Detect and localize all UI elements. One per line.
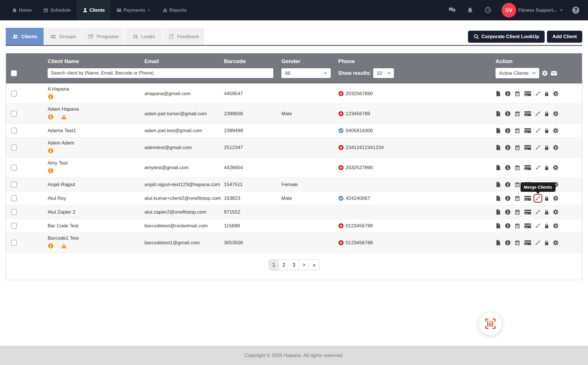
calendar-icon[interactable] — [514, 91, 520, 97]
corporate-client-lookup-button[interactable]: Corporate Client LookUp — [468, 31, 545, 43]
calendar-icon[interactable] — [514, 240, 520, 246]
info-icon[interactable] — [505, 181, 511, 188]
row-checkbox[interactable] — [11, 128, 17, 134]
client-status-select[interactable]: Active Clients — [496, 68, 539, 78]
user-menu[interactable]: Fitness Support... — [518, 8, 564, 13]
info-icon[interactable] — [505, 128, 511, 134]
document-icon[interactable] — [496, 165, 501, 171]
page-button-2[interactable]: 2 — [279, 260, 289, 270]
document-icon[interactable] — [496, 145, 501, 151]
document-icon[interactable] — [496, 91, 501, 97]
merge-icon[interactable] — [535, 240, 541, 245]
page-button-last[interactable]: » — [309, 260, 319, 270]
search-input[interactable] — [48, 68, 273, 78]
document-icon[interactable] — [496, 240, 501, 246]
payment-card-icon[interactable] — [524, 91, 531, 97]
calendar-icon[interactable] — [514, 128, 520, 134]
lock-icon[interactable] — [544, 209, 549, 215]
lock-icon[interactable] — [544, 111, 549, 117]
merge-icon[interactable] — [535, 196, 541, 201]
settings-icon[interactable] — [553, 165, 559, 171]
calendar-icon[interactable] — [514, 145, 520, 151]
merge-icon[interactable] — [535, 111, 541, 116]
document-icon[interactable] — [496, 111, 501, 117]
client-name[interactable]: Bar Code Test — [48, 223, 144, 229]
client-name[interactable]: Anjali Rajput — [48, 182, 144, 188]
merge-icon[interactable] — [535, 145, 541, 150]
lock-icon[interactable] — [544, 240, 549, 246]
lock-icon[interactable] — [544, 145, 549, 151]
row-checkbox[interactable] — [11, 181, 17, 188]
barcode-scan-fab[interactable] — [479, 312, 502, 335]
nav-item-clients[interactable]: Clients — [77, 0, 111, 20]
calendar-icon[interactable] — [514, 209, 520, 215]
row-checkbox[interactable] — [11, 240, 17, 246]
document-icon[interactable] — [496, 128, 501, 134]
row-checkbox[interactable] — [11, 223, 17, 229]
calendar-icon[interactable] — [514, 165, 520, 171]
info-icon[interactable] — [505, 111, 511, 117]
client-name[interactable]: Atul Roy — [48, 196, 144, 201]
envelope-icon[interactable] — [550, 70, 558, 76]
merge-icon[interactable] — [535, 165, 541, 170]
lock-icon[interactable] — [544, 91, 549, 97]
bell-icon[interactable] — [467, 7, 474, 14]
tab-clients[interactable]: Clients — [6, 28, 44, 45]
add-client-button[interactable]: Add Client — [547, 31, 582, 43]
page-button-1[interactable]: 1 — [269, 260, 279, 270]
merge-icon[interactable] — [535, 223, 541, 229]
payment-card-icon[interactable] — [524, 209, 531, 215]
merge-icon[interactable] — [535, 209, 541, 215]
lock-icon[interactable] — [544, 128, 549, 134]
info-icon[interactable] — [48, 114, 54, 120]
tab-programs[interactable]: Programs — [82, 28, 124, 45]
row-checkbox[interactable] — [11, 91, 17, 97]
document-icon[interactable] — [496, 195, 501, 201]
row-checkbox[interactable] — [11, 209, 17, 215]
client-name[interactable]: Adem Adem — [48, 140, 144, 146]
merge-icon[interactable] — [535, 91, 541, 96]
document-icon[interactable] — [496, 209, 501, 215]
lock-icon[interactable] — [544, 223, 549, 229]
payment-card-icon[interactable] — [524, 128, 531, 134]
info-icon[interactable] — [505, 240, 511, 246]
lock-icon[interactable] — [544, 165, 549, 171]
select-all-checkbox[interactable] — [11, 70, 17, 76]
payment-card-icon[interactable] — [524, 165, 531, 171]
merge-icon[interactable] — [535, 128, 541, 133]
client-name[interactable]: Barcode1 Test — [48, 235, 144, 241]
row-checkbox[interactable] — [11, 145, 17, 151]
info-icon[interactable] — [505, 91, 511, 97]
settings-icon[interactable] — [553, 128, 559, 134]
settings-icon[interactable] — [553, 209, 559, 215]
warning-icon[interactable] — [61, 114, 67, 120]
client-name[interactable]: Amy Test — [48, 160, 144, 166]
client-name[interactable]: Adam Hapana — [48, 106, 144, 112]
settings-icon[interactable] — [553, 145, 559, 151]
nav-item-payments[interactable]: Payments — [111, 0, 156, 20]
avatar[interactable]: SV — [502, 3, 516, 17]
settings-icon[interactable] — [553, 111, 559, 117]
warning-icon[interactable] — [61, 243, 67, 249]
info-icon[interactable] — [48, 243, 54, 249]
settings-icon[interactable] — [541, 70, 548, 77]
clock-icon[interactable] — [484, 7, 492, 14]
client-name[interactable]: A Hapana — [48, 86, 144, 92]
page-button-next[interactable]: > — [299, 260, 309, 270]
tab-leads[interactable]: Leads — [125, 28, 163, 45]
payment-card-icon[interactable] — [524, 111, 531, 117]
info-icon[interactable] — [48, 168, 54, 174]
document-icon[interactable] — [496, 223, 501, 229]
settings-icon[interactable] — [553, 240, 559, 246]
info-icon[interactable] — [505, 145, 511, 151]
row-checkbox[interactable] — [11, 165, 17, 171]
chat-icon[interactable] — [448, 6, 456, 14]
nav-item-reports[interactable]: Reports — [156, 0, 192, 20]
payment-card-icon[interactable] — [524, 240, 531, 246]
info-icon[interactable] — [505, 195, 511, 201]
show-results-select[interactable]: 10 — [373, 68, 394, 78]
gender-filter-select[interactable]: All — [281, 68, 331, 78]
settings-icon[interactable] — [553, 223, 559, 229]
payment-card-icon[interactable] — [524, 223, 531, 229]
document-icon[interactable] — [496, 181, 501, 188]
